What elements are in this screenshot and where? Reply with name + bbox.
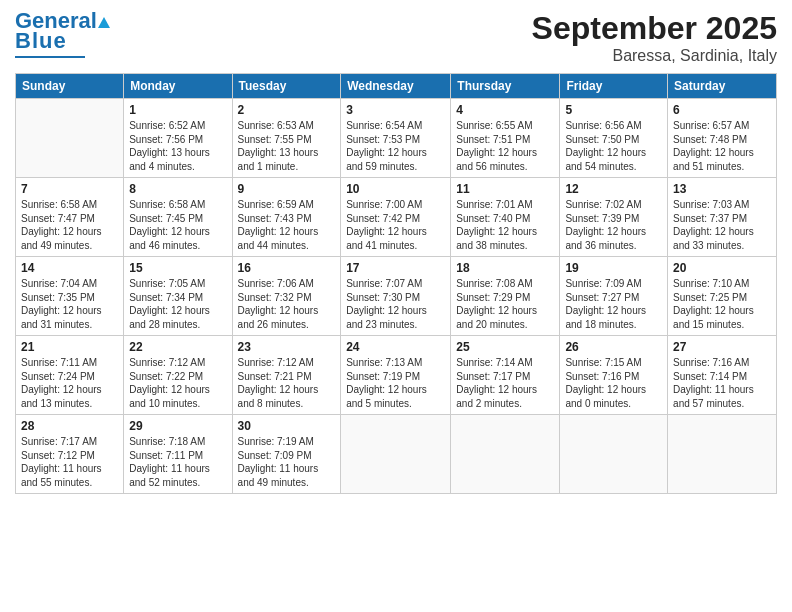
location: Baressa, Sardinia, Italy [532,47,777,65]
day-info: Sunrise: 7:03 AMSunset: 7:37 PMDaylight:… [673,198,771,252]
day-number: 1 [129,103,226,117]
title-block: September 2025 Baressa, Sardinia, Italy [532,10,777,65]
day-number: 25 [456,340,554,354]
day-info: Sunrise: 7:09 AMSunset: 7:27 PMDaylight:… [565,277,662,331]
logo: General Blue [15,10,111,58]
day-info: Sunrise: 7:12 AMSunset: 7:21 PMDaylight:… [238,356,336,410]
day-info: Sunrise: 6:57 AMSunset: 7:48 PMDaylight:… [673,119,771,173]
day-number: 9 [238,182,336,196]
col-sunday: Sunday [16,74,124,99]
day-number: 23 [238,340,336,354]
day-info: Sunrise: 6:56 AMSunset: 7:50 PMDaylight:… [565,119,662,173]
day-info: Sunrise: 6:52 AMSunset: 7:56 PMDaylight:… [129,119,226,173]
day-info: Sunrise: 7:10 AMSunset: 7:25 PMDaylight:… [673,277,771,331]
table-row: 6Sunrise: 6:57 AMSunset: 7:48 PMDaylight… [668,99,777,178]
table-row: 18Sunrise: 7:08 AMSunset: 7:29 PMDayligh… [451,257,560,336]
table-row: 20Sunrise: 7:10 AMSunset: 7:25 PMDayligh… [668,257,777,336]
table-row: 21Sunrise: 7:11 AMSunset: 7:24 PMDayligh… [16,336,124,415]
table-row: 14Sunrise: 7:04 AMSunset: 7:35 PMDayligh… [16,257,124,336]
month-title: September 2025 [532,10,777,47]
day-number: 12 [565,182,662,196]
day-number: 20 [673,261,771,275]
day-info: Sunrise: 6:53 AMSunset: 7:55 PMDaylight:… [238,119,336,173]
table-row: 23Sunrise: 7:12 AMSunset: 7:21 PMDayligh… [232,336,341,415]
table-row: 7Sunrise: 6:58 AMSunset: 7:47 PMDaylight… [16,178,124,257]
day-info: Sunrise: 7:13 AMSunset: 7:19 PMDaylight:… [346,356,445,410]
table-row: 3Sunrise: 6:54 AMSunset: 7:53 PMDaylight… [341,99,451,178]
col-thursday: Thursday [451,74,560,99]
day-info: Sunrise: 7:15 AMSunset: 7:16 PMDaylight:… [565,356,662,410]
table-row: 16Sunrise: 7:06 AMSunset: 7:32 PMDayligh… [232,257,341,336]
day-info: Sunrise: 7:12 AMSunset: 7:22 PMDaylight:… [129,356,226,410]
day-info: Sunrise: 6:58 AMSunset: 7:45 PMDaylight:… [129,198,226,252]
day-number: 10 [346,182,445,196]
day-info: Sunrise: 7:02 AMSunset: 7:39 PMDaylight:… [565,198,662,252]
table-row: 17Sunrise: 7:07 AMSunset: 7:30 PMDayligh… [341,257,451,336]
day-number: 18 [456,261,554,275]
day-info: Sunrise: 6:55 AMSunset: 7:51 PMDaylight:… [456,119,554,173]
table-row: 30Sunrise: 7:19 AMSunset: 7:09 PMDayligh… [232,415,341,494]
day-number: 30 [238,419,336,433]
table-row: 10Sunrise: 7:00 AMSunset: 7:42 PMDayligh… [341,178,451,257]
day-number: 21 [21,340,118,354]
day-number: 3 [346,103,445,117]
day-info: Sunrise: 7:07 AMSunset: 7:30 PMDaylight:… [346,277,445,331]
table-row: 2Sunrise: 6:53 AMSunset: 7:55 PMDaylight… [232,99,341,178]
day-info: Sunrise: 6:59 AMSunset: 7:43 PMDaylight:… [238,198,336,252]
table-row: 5Sunrise: 6:56 AMSunset: 7:50 PMDaylight… [560,99,668,178]
calendar-week-row: 21Sunrise: 7:11 AMSunset: 7:24 PMDayligh… [16,336,777,415]
day-info: Sunrise: 7:19 AMSunset: 7:09 PMDaylight:… [238,435,336,489]
day-number: 4 [456,103,554,117]
main-container: General Blue September 2025 Baressa, Sar… [0,0,792,504]
table-row: 9Sunrise: 6:59 AMSunset: 7:43 PMDaylight… [232,178,341,257]
col-monday: Monday [124,74,232,99]
day-info: Sunrise: 7:06 AMSunset: 7:32 PMDaylight:… [238,277,336,331]
table-row: 12Sunrise: 7:02 AMSunset: 7:39 PMDayligh… [560,178,668,257]
day-info: Sunrise: 7:17 AMSunset: 7:12 PMDaylight:… [21,435,118,489]
table-row [560,415,668,494]
day-number: 11 [456,182,554,196]
day-info: Sunrise: 7:04 AMSunset: 7:35 PMDaylight:… [21,277,118,331]
day-info: Sunrise: 7:16 AMSunset: 7:14 PMDaylight:… [673,356,771,410]
col-tuesday: Tuesday [232,74,341,99]
calendar-table: Sunday Monday Tuesday Wednesday Thursday… [15,73,777,494]
table-row: 1Sunrise: 6:52 AMSunset: 7:56 PMDaylight… [124,99,232,178]
table-row: 24Sunrise: 7:13 AMSunset: 7:19 PMDayligh… [341,336,451,415]
day-number: 24 [346,340,445,354]
table-row: 13Sunrise: 7:03 AMSunset: 7:37 PMDayligh… [668,178,777,257]
calendar-week-row: 1Sunrise: 6:52 AMSunset: 7:56 PMDaylight… [16,99,777,178]
day-number: 29 [129,419,226,433]
logo-blue-text: Blue [15,28,67,54]
col-friday: Friday [560,74,668,99]
day-number: 8 [129,182,226,196]
table-row: 25Sunrise: 7:14 AMSunset: 7:17 PMDayligh… [451,336,560,415]
day-number: 26 [565,340,662,354]
day-info: Sunrise: 7:00 AMSunset: 7:42 PMDaylight:… [346,198,445,252]
day-info: Sunrise: 7:11 AMSunset: 7:24 PMDaylight:… [21,356,118,410]
calendar-week-row: 28Sunrise: 7:17 AMSunset: 7:12 PMDayligh… [16,415,777,494]
table-row: 29Sunrise: 7:18 AMSunset: 7:11 PMDayligh… [124,415,232,494]
logo-triangle-icon [98,17,110,28]
day-number: 22 [129,340,226,354]
table-row: 27Sunrise: 7:16 AMSunset: 7:14 PMDayligh… [668,336,777,415]
day-info: Sunrise: 7:14 AMSunset: 7:17 PMDaylight:… [456,356,554,410]
col-wednesday: Wednesday [341,74,451,99]
day-number: 6 [673,103,771,117]
day-number: 28 [21,419,118,433]
day-info: Sunrise: 7:08 AMSunset: 7:29 PMDaylight:… [456,277,554,331]
day-info: Sunrise: 7:01 AMSunset: 7:40 PMDaylight:… [456,198,554,252]
col-saturday: Saturday [668,74,777,99]
day-info: Sunrise: 7:18 AMSunset: 7:11 PMDaylight:… [129,435,226,489]
day-number: 15 [129,261,226,275]
table-row [451,415,560,494]
day-info: Sunrise: 6:54 AMSunset: 7:53 PMDaylight:… [346,119,445,173]
day-number: 5 [565,103,662,117]
table-row: 4Sunrise: 6:55 AMSunset: 7:51 PMDaylight… [451,99,560,178]
day-number: 27 [673,340,771,354]
table-row: 19Sunrise: 7:09 AMSunset: 7:27 PMDayligh… [560,257,668,336]
table-row: 8Sunrise: 6:58 AMSunset: 7:45 PMDaylight… [124,178,232,257]
day-number: 14 [21,261,118,275]
day-number: 19 [565,261,662,275]
header: General Blue September 2025 Baressa, Sar… [15,10,777,65]
table-row: 28Sunrise: 7:17 AMSunset: 7:12 PMDayligh… [16,415,124,494]
